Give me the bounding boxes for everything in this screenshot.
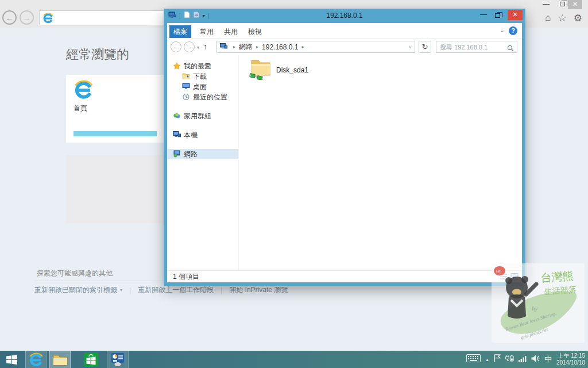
navigation-bar: ← → ▾ ↑ ▸ 網路 ▸ 192.168.0.1 ▸ ˅ ↻ <box>167 39 522 55</box>
ie-close-button[interactable]: ✕ <box>568 0 582 9</box>
sidebar-item-favorites[interactable]: 我的最愛 <box>167 61 238 71</box>
start-button[interactable] <box>1 351 22 368</box>
this-pc-icon <box>173 131 181 139</box>
ime-language-indicator[interactable]: 中 <box>544 354 552 365</box>
ie-back-button[interactable]: ← <box>2 10 17 25</box>
crumb-arrow-icon: ▸ <box>301 44 304 49</box>
ribbon-collapse-icon[interactable]: ⌄ <box>500 26 505 34</box>
search-box[interactable] <box>436 41 517 53</box>
taiwan-bear-watermark: Hi 台灣熊 生活部落 hy Taiwan Bear loves Sharing… <box>492 263 585 343</box>
explorer-close-button[interactable]: ✕ <box>508 10 523 20</box>
breadcrumb-host[interactable]: 192.168.0.1 <box>262 43 298 51</box>
navigation-pane: 我的最愛 下載 桌面 <box>167 55 238 270</box>
crumb-arrow-icon: ▸ <box>256 44 258 49</box>
tile-frequency-bar <box>74 131 157 136</box>
watermark-signature: hy <box>532 305 538 312</box>
sidebar-item-downloads[interactable]: 下載 <box>167 71 238 82</box>
shared-folder-icon <box>249 59 272 82</box>
nav-back-button[interactable]: ← <box>171 41 181 52</box>
search-input[interactable] <box>440 42 506 52</box>
status-bar: 1 個項目 <box>167 270 522 282</box>
reopen-closed-tabs-link[interactable]: 重新開啟已關閉的索引標籤 <box>34 285 117 295</box>
sidebar-item-homegroup[interactable]: 家用群組 <box>167 111 238 121</box>
recent-places-icon <box>182 93 190 101</box>
home-icon[interactable]: ⌂ <box>545 12 551 24</box>
tray-time: 上午 12:15 <box>556 352 585 359</box>
ie-minimize-button[interactable]: — <box>540 1 552 9</box>
tile-label: 首頁 <box>74 103 87 113</box>
explorer-titlebar[interactable]: | ▾ | 192.168.0.1 — ✕ <box>164 9 525 23</box>
network-pc-icon <box>220 43 227 51</box>
reopen-last-session-link[interactable]: 重新開啟上一個工作階段 <box>138 285 214 295</box>
sidebar-item-network[interactable]: 網路 <box>167 149 238 159</box>
explorer-window: | ▾ | 192.168.0.1 — ✕ 檔案 常用 共用 檢視 ⌄ <box>164 9 525 286</box>
discover-text: 探索您可能感興趣的其他 <box>37 269 113 278</box>
nav-forward-button[interactable]: → <box>184 41 195 52</box>
ie-titlebar[interactable]: — ✕ <box>0 0 588 9</box>
explorer-window-title: 192.168.0.1 <box>164 9 525 23</box>
frequent-site-tile-empty[interactable] <box>66 155 164 223</box>
breadcrumb-network[interactable]: 網路 <box>239 42 253 52</box>
system-tray: ▲ 中 上午 12:15 2014/10/18 <box>466 351 585 368</box>
watermark-title-1: 台灣熊 <box>540 270 574 284</box>
chevron-down-icon: ▾ <box>120 288 122 293</box>
ie-forward-button[interactable]: → <box>20 10 34 25</box>
volume-speaker-icon[interactable] <box>531 354 540 365</box>
downloads-folder-icon <box>182 72 190 80</box>
explorer-minimize-button[interactable]: — <box>478 11 489 20</box>
explorer-restore-button[interactable] <box>495 13 500 18</box>
search-icon <box>507 44 514 54</box>
taskbar: ▲ 中 上午 12:15 2014/10/18 <box>0 351 588 368</box>
taskbar-store-button[interactable] <box>80 351 102 368</box>
file-item-disk-sda1[interactable]: Disk_sda1 <box>249 59 308 82</box>
show-hidden-icons-arrow[interactable]: ▲ <box>485 358 489 362</box>
ie-logo-icon <box>42 13 53 24</box>
item-count: 1 個項目 <box>173 273 199 281</box>
frequent-sites-heading: 經常瀏覽的 <box>66 46 129 63</box>
tab-file[interactable]: 檔案 <box>169 25 191 38</box>
hi-bubble-text: Hi <box>496 269 501 274</box>
settings-gear-icon[interactable]: ⚙ <box>574 12 582 24</box>
power-plug-icon[interactable] <box>505 354 514 365</box>
ribbon-tab-bar: 檔案 常用 共用 檢視 ⌄ ? <box>167 23 522 39</box>
taskbar-settings-app-button[interactable] <box>107 351 129 368</box>
tab-share[interactable]: 共用 <box>221 25 241 38</box>
refresh-button[interactable]: ↻ <box>419 41 431 53</box>
nav-up-button[interactable]: ↑ <box>203 42 207 51</box>
sidebar-item-desktop[interactable]: 桌面 <box>167 82 238 92</box>
inprivate-browsing-link[interactable]: 開始 InPrivate 瀏覽 <box>229 285 288 295</box>
address-dropdown-icon[interactable]: ˅ <box>409 44 412 50</box>
ie-logo-icon <box>74 80 93 99</box>
monitor-icon <box>182 83 190 91</box>
file-name: Disk_sda1 <box>276 66 308 74</box>
network-icon <box>173 150 181 158</box>
taskbar-file-explorer-button[interactable] <box>49 351 71 368</box>
favorites-star-icon[interactable]: ☆ <box>558 12 567 24</box>
file-list-pane[interactable]: Disk_sda1 <box>238 55 522 270</box>
tray-clock[interactable]: 上午 12:15 2014/10/18 <box>556 352 585 366</box>
star-icon <box>173 62 181 70</box>
desktop: — ✕ ← → ⌂ ☆ ⚙ 經常瀏覽 <box>0 0 588 368</box>
sidebar-item-this-pc[interactable]: 本機 <box>167 130 238 140</box>
sidebar-item-recent-places[interactable]: 最近的位置 <box>167 92 238 102</box>
address-breadcrumb-bar[interactable]: ▸ 網路 ▸ 192.168.0.1 ▸ ˅ <box>216 41 415 53</box>
touch-keyboard-icon[interactable] <box>466 354 481 365</box>
tab-home[interactable]: 常用 <box>197 25 216 38</box>
tab-view[interactable]: 檢視 <box>245 25 265 38</box>
frequent-site-tile-home[interactable]: 首頁 <box>66 75 164 143</box>
network-signal-icon[interactable] <box>519 354 527 365</box>
homegroup-icon <box>173 112 181 120</box>
ie-restore-button[interactable] <box>560 2 565 6</box>
tray-date: 2014/10/18 <box>556 359 585 366</box>
nav-history-dropdown-icon[interactable]: ▾ <box>197 45 199 50</box>
crumb-arrow-icon: ▸ <box>233 44 235 49</box>
taskbar-ie-button[interactable] <box>25 351 47 368</box>
help-icon[interactable]: ? <box>509 26 517 35</box>
action-center-flag-icon[interactable] <box>494 354 501 365</box>
